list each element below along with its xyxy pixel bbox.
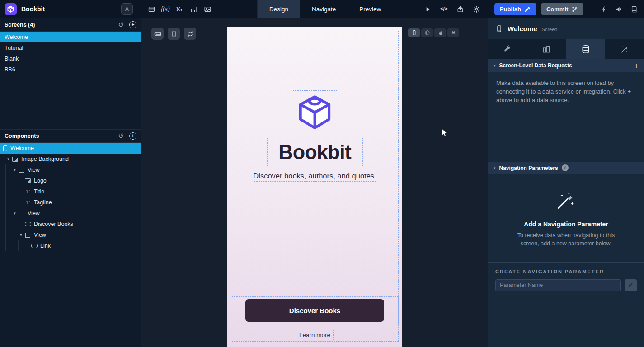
publish-button[interactable]: Publish <box>494 3 536 15</box>
screen-item-blank[interactable]: Blank <box>0 53 141 64</box>
tab-layout[interactable] <box>527 39 566 59</box>
tree-item-link[interactable]: Link <box>0 240 141 251</box>
tree-guide <box>5 230 12 240</box>
screen-item-bb6[interactable]: BB6 <box>0 64 141 75</box>
device-toggle-group <box>408 28 459 37</box>
variables-icon[interactable]: X₁ <box>173 3 186 15</box>
navigation-parameters-section-header[interactable]: ▾ Navigation Parameters i <box>488 162 644 174</box>
add-component-button[interactable]: + <box>129 132 136 140</box>
phone-device-icon[interactable] <box>408 28 420 37</box>
screens-header-label: Screens (4) <box>5 22 35 28</box>
topbar-canvas-section: f(x) X₁ DesignNavigatePreview </> <box>141 0 488 18</box>
tab-design[interactable]: Design <box>258 0 300 18</box>
create-navigation-parameter-section: CREATE NAVIGATION PARAMETER ✓ <box>488 263 644 298</box>
screens-header: Screens (4) ↺ + <box>0 18 141 32</box>
button-icon <box>30 244 38 248</box>
phone-preview[interactable]: Bookbit Discover books, authors, and quo… <box>227 27 402 347</box>
app-logo[interactable] <box>5 3 17 15</box>
app-tagline-preview[interactable]: Discover books, authors, and quotes. <box>227 170 402 182</box>
confirm-parameter-button[interactable]: ✓ <box>625 279 637 291</box>
tab-preview[interactable]: Preview <box>348 0 393 18</box>
inspector-panel: Welcome Screen ▾ Screen-Level Data Reque… <box>488 18 644 347</box>
tree-item-view[interactable]: ▾View <box>0 208 141 219</box>
tree-item-logo[interactable]: Logo <box>0 175 141 186</box>
caret-down-icon[interactable]: ▾ <box>12 168 18 172</box>
media-icon[interactable] <box>201 3 214 15</box>
tree-item-discover-books[interactable]: Discover Books <box>0 219 141 230</box>
history-icon[interactable]: ↺ <box>118 21 124 29</box>
gear-icon[interactable] <box>470 3 483 15</box>
discover-books-button[interactable]: Discover Books <box>245 299 384 322</box>
refresh-icon[interactable] <box>184 28 196 40</box>
mode-tabs: DesignNavigatePreview <box>257 0 393 18</box>
tab-interactions[interactable] <box>605 39 644 59</box>
tree-item-tagline[interactable]: Tagline <box>0 197 141 208</box>
left-sidebar: Screens (4) ↺ + WelcomeTutorialBlankBB6 … <box>0 18 141 347</box>
image-icon <box>24 178 32 183</box>
add-screen-button[interactable]: + <box>129 21 136 28</box>
component-root-label: Welcome <box>10 145 34 151</box>
announcements-icon[interactable] <box>615 5 623 13</box>
tree-item-image-background[interactable]: ▾Image Background <box>0 154 141 164</box>
tree-item-title[interactable]: Title <box>0 186 141 197</box>
tree-guide <box>12 230 18 240</box>
functions-icon[interactable]: f(x) <box>159 3 172 15</box>
tree-guide <box>5 197 12 208</box>
tree-guide <box>18 240 24 251</box>
device-frame-icon[interactable] <box>168 28 180 40</box>
topbar-actions: </> <box>414 0 488 18</box>
keyboard-icon[interactable] <box>151 28 164 40</box>
chart-icon[interactable] <box>187 3 200 15</box>
add-data-request-button[interactable]: + <box>634 62 639 70</box>
components-panel: Components ↺ + Welcome ▾Image Background… <box>0 129 141 347</box>
library-icon <box>542 45 551 54</box>
chevron-down-icon: ▾ <box>494 166 496 170</box>
tree-guide <box>5 164 12 175</box>
parameter-name-input[interactable] <box>495 279 621 291</box>
screen-phone-icon <box>495 24 503 33</box>
tree-item-label: View <box>28 210 40 216</box>
tab-navigate[interactable]: Navigate <box>300 0 348 18</box>
design-canvas[interactable]: Bookbit Discover books, authors, and quo… <box>141 18 488 347</box>
tree-item-view[interactable]: ▾View <box>0 230 141 240</box>
components-tree: ▾Image Background▾ViewLogoTitleTagline▾V… <box>0 154 141 251</box>
screen-item-welcome[interactable]: Welcome <box>0 32 141 42</box>
selection-outline-view2 <box>254 182 376 296</box>
button-icon <box>24 222 32 226</box>
tree-item-view[interactable]: ▾View <box>0 164 141 175</box>
tab-data[interactable] <box>566 39 605 59</box>
caret-down-icon[interactable]: ▾ <box>5 157 11 161</box>
learn-more-link[interactable]: Learn more <box>227 330 402 340</box>
inspector-header: Welcome Screen <box>488 18 644 39</box>
screens-panel: Screens (4) ↺ + WelcomeTutorialBlankBB6 <box>0 18 141 129</box>
info-icon[interactable]: i <box>562 164 569 171</box>
data-requests-section-header[interactable]: ▾ Screen-Level Data Requests + <box>488 59 644 72</box>
bookbit-logo[interactable] <box>295 93 334 132</box>
caret-down-icon[interactable]: ▾ <box>12 211 18 216</box>
docs-icon[interactable] <box>630 5 638 13</box>
tree-guide <box>5 219 12 230</box>
code-icon[interactable]: </> <box>437 3 451 15</box>
apple-device-icon[interactable] <box>434 28 446 37</box>
inspector-screen-type: Screen <box>542 27 558 32</box>
empty-state-title: Add a Navigation Parameter <box>524 220 608 228</box>
publish-label: Publish <box>500 6 521 13</box>
tree-guide <box>12 219 18 230</box>
caret-down-icon[interactable]: ▾ <box>18 233 24 237</box>
history-icon[interactable]: ↺ <box>118 132 124 140</box>
app-title-preview[interactable]: Bookbit <box>227 138 402 166</box>
tab-styles[interactable] <box>488 39 527 59</box>
lightning-icon[interactable] <box>600 5 608 13</box>
component-root-welcome[interactable]: Welcome <box>0 143 141 154</box>
web-device-icon[interactable] <box>421 28 433 37</box>
chevron-down-icon: ▾ <box>494 63 496 68</box>
play-icon[interactable] <box>421 3 434 15</box>
android-device-icon[interactable] <box>447 28 459 37</box>
text-icon <box>24 199 32 206</box>
avatar-button[interactable]: A <box>121 3 133 15</box>
share-icon[interactable] <box>453 3 467 15</box>
screen-item-tutorial[interactable]: Tutorial <box>0 42 141 53</box>
data-table-icon[interactable] <box>145 3 158 15</box>
commit-button[interactable]: Commit <box>541 3 583 15</box>
navigation-parameters-title: Navigation Parameters <box>499 165 558 171</box>
